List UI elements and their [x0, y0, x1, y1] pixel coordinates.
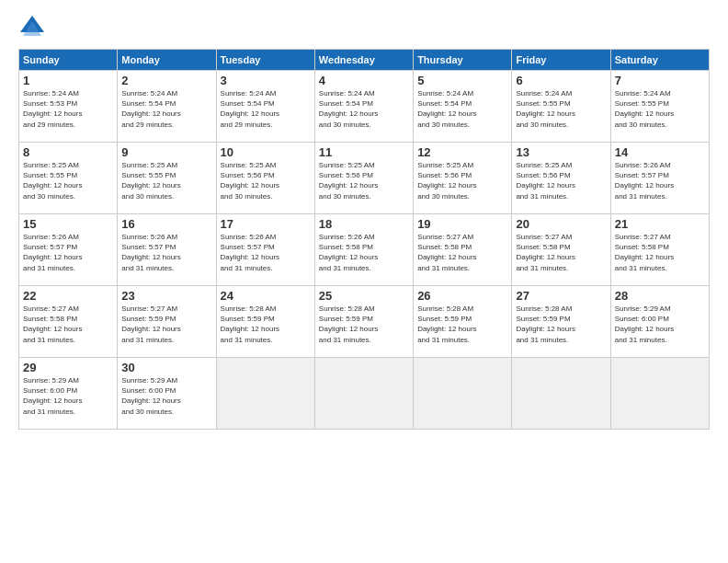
day-number: 13 — [516, 145, 606, 159]
table-row: 6Sunrise: 5:24 AM Sunset: 5:55 PM Daylig… — [512, 71, 610, 143]
day-number: 14 — [615, 145, 705, 159]
day-info: Sunrise: 5:24 AM Sunset: 5:53 PM Dayligh… — [23, 88, 113, 130]
table-row: 3Sunrise: 5:24 AM Sunset: 5:54 PM Daylig… — [216, 71, 314, 143]
day-number: 17 — [221, 217, 311, 231]
table-row: 15Sunrise: 5:26 AM Sunset: 5:57 PM Dayli… — [19, 214, 118, 286]
day-number: 3 — [221, 74, 311, 87]
day-number: 5 — [417, 74, 507, 87]
table-row: 17Sunrise: 5:26 AM Sunset: 5:57 PM Dayli… — [216, 214, 314, 286]
col-wednesday: Wednesday — [314, 50, 413, 71]
table-row: 4Sunrise: 5:24 AM Sunset: 5:54 PM Daylig… — [314, 71, 413, 143]
table-row: 18Sunrise: 5:26 AM Sunset: 5:58 PM Dayli… — [314, 214, 413, 286]
table-row: 26Sunrise: 5:28 AM Sunset: 5:59 PM Dayli… — [414, 286, 512, 358]
table-row — [610, 358, 709, 430]
day-number: 30 — [121, 361, 211, 374]
table-row: 2Sunrise: 5:24 AM Sunset: 5:54 PM Daylig… — [118, 71, 216, 143]
page: Sunday Monday Tuesday Wednesday Thursday… — [0, 0, 728, 563]
day-info: Sunrise: 5:27 AM Sunset: 5:58 PM Dayligh… — [23, 304, 113, 345]
day-number: 29 — [23, 361, 113, 374]
day-info: Sunrise: 5:29 AM Sunset: 6:00 PM Dayligh… — [615, 304, 705, 345]
day-info: Sunrise: 5:28 AM Sunset: 5:59 PM Dayligh… — [417, 304, 507, 345]
col-tuesday: Tuesday — [216, 50, 314, 71]
day-info: Sunrise: 5:28 AM Sunset: 5:59 PM Dayligh… — [221, 304, 311, 345]
day-number: 4 — [319, 74, 409, 87]
table-row: 30Sunrise: 5:29 AM Sunset: 6:00 PM Dayli… — [118, 358, 216, 430]
day-number: 2 — [121, 74, 211, 87]
col-friday: Friday — [512, 50, 610, 71]
table-row: 1Sunrise: 5:24 AM Sunset: 5:53 PM Daylig… — [19, 71, 118, 143]
table-row: 28Sunrise: 5:29 AM Sunset: 6:00 PM Dayli… — [610, 286, 709, 358]
day-info: Sunrise: 5:28 AM Sunset: 5:59 PM Dayligh… — [516, 304, 606, 345]
day-info: Sunrise: 5:24 AM Sunset: 5:55 PM Dayligh… — [615, 88, 705, 130]
day-info: Sunrise: 5:24 AM Sunset: 5:54 PM Dayligh… — [319, 88, 409, 130]
day-info: Sunrise: 5:25 AM Sunset: 5:56 PM Dayligh… — [319, 160, 409, 201]
day-number: 16 — [121, 217, 211, 231]
day-info: Sunrise: 5:29 AM Sunset: 6:00 PM Dayligh… — [23, 375, 113, 417]
table-row: 12Sunrise: 5:25 AM Sunset: 5:56 PM Dayli… — [414, 143, 512, 214]
table-row — [512, 358, 610, 430]
day-number: 6 — [516, 74, 606, 87]
day-number: 23 — [121, 289, 211, 303]
day-info: Sunrise: 5:24 AM Sunset: 5:55 PM Dayligh… — [516, 88, 606, 130]
table-row: 22Sunrise: 5:27 AM Sunset: 5:58 PM Dayli… — [19, 286, 118, 358]
table-row: 11Sunrise: 5:25 AM Sunset: 5:56 PM Dayli… — [314, 143, 413, 214]
table-row: 23Sunrise: 5:27 AM Sunset: 5:59 PM Dayli… — [118, 286, 216, 358]
day-number: 20 — [516, 217, 606, 231]
day-number: 9 — [121, 145, 211, 159]
day-number: 19 — [417, 217, 507, 231]
table-row — [414, 358, 512, 430]
table-row: 7Sunrise: 5:24 AM Sunset: 5:55 PM Daylig… — [610, 71, 709, 143]
day-number: 15 — [23, 217, 113, 231]
header — [18, 14, 710, 41]
table-row: 14Sunrise: 5:26 AM Sunset: 5:57 PM Dayli… — [610, 143, 709, 214]
logo-icon — [18, 14, 46, 41]
table-row — [314, 358, 413, 430]
day-number: 10 — [221, 145, 311, 159]
day-number: 24 — [221, 289, 311, 303]
day-number: 18 — [319, 217, 409, 231]
table-row: 20Sunrise: 5:27 AM Sunset: 5:58 PM Dayli… — [512, 214, 610, 286]
day-number: 27 — [516, 289, 606, 303]
day-info: Sunrise: 5:27 AM Sunset: 5:58 PM Dayligh… — [615, 232, 705, 273]
day-info: Sunrise: 5:27 AM Sunset: 5:59 PM Dayligh… — [121, 304, 211, 345]
table-row: 29Sunrise: 5:29 AM Sunset: 6:00 PM Dayli… — [19, 358, 118, 430]
day-info: Sunrise: 5:25 AM Sunset: 5:56 PM Dayligh… — [221, 160, 311, 201]
day-info: Sunrise: 5:24 AM Sunset: 5:54 PM Dayligh… — [417, 88, 507, 130]
day-info: Sunrise: 5:25 AM Sunset: 5:56 PM Dayligh… — [417, 160, 507, 201]
table-row: 8Sunrise: 5:25 AM Sunset: 5:55 PM Daylig… — [19, 143, 118, 214]
table-row — [216, 358, 314, 430]
day-info: Sunrise: 5:26 AM Sunset: 5:57 PM Dayligh… — [121, 232, 211, 273]
day-number: 8 — [23, 145, 113, 159]
table-row: 9Sunrise: 5:25 AM Sunset: 5:55 PM Daylig… — [118, 143, 216, 214]
day-number: 21 — [615, 217, 705, 231]
table-row: 27Sunrise: 5:28 AM Sunset: 5:59 PM Dayli… — [512, 286, 610, 358]
table-row: 13Sunrise: 5:25 AM Sunset: 5:56 PM Dayli… — [512, 143, 610, 214]
col-sunday: Sunday — [19, 50, 118, 71]
logo — [18, 14, 50, 41]
day-info: Sunrise: 5:26 AM Sunset: 5:58 PM Dayligh… — [319, 232, 409, 273]
day-info: Sunrise: 5:25 AM Sunset: 5:55 PM Dayligh… — [23, 160, 113, 201]
day-info: Sunrise: 5:29 AM Sunset: 6:00 PM Dayligh… — [121, 375, 211, 417]
day-number: 25 — [319, 289, 409, 303]
day-number: 26 — [417, 289, 507, 303]
day-number: 11 — [319, 145, 409, 159]
day-number: 22 — [23, 289, 113, 303]
day-info: Sunrise: 5:27 AM Sunset: 5:58 PM Dayligh… — [516, 232, 606, 273]
table-row: 16Sunrise: 5:26 AM Sunset: 5:57 PM Dayli… — [118, 214, 216, 286]
day-info: Sunrise: 5:25 AM Sunset: 5:55 PM Dayligh… — [121, 160, 211, 201]
day-info: Sunrise: 5:24 AM Sunset: 5:54 PM Dayligh… — [121, 88, 211, 130]
table-row: 24Sunrise: 5:28 AM Sunset: 5:59 PM Dayli… — [216, 286, 314, 358]
table-row: 21Sunrise: 5:27 AM Sunset: 5:58 PM Dayli… — [610, 214, 709, 286]
day-number: 1 — [23, 74, 113, 87]
table-row: 19Sunrise: 5:27 AM Sunset: 5:58 PM Dayli… — [414, 214, 512, 286]
day-info: Sunrise: 5:24 AM Sunset: 5:54 PM Dayligh… — [221, 88, 311, 130]
day-number: 7 — [615, 74, 705, 87]
table-row: 10Sunrise: 5:25 AM Sunset: 5:56 PM Dayli… — [216, 143, 314, 214]
table-row: 25Sunrise: 5:28 AM Sunset: 5:59 PM Dayli… — [314, 286, 413, 358]
day-number: 28 — [615, 289, 705, 303]
day-info: Sunrise: 5:26 AM Sunset: 5:57 PM Dayligh… — [23, 232, 113, 273]
day-number: 12 — [417, 145, 507, 159]
calendar: Sunday Monday Tuesday Wednesday Thursday… — [18, 49, 710, 430]
day-info: Sunrise: 5:28 AM Sunset: 5:59 PM Dayligh… — [319, 304, 409, 345]
col-thursday: Thursday — [414, 50, 512, 71]
